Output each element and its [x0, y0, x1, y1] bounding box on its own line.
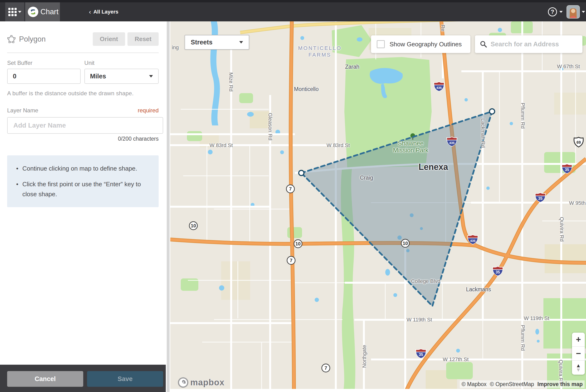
- layer-name-label: Layer Name: [7, 107, 38, 114]
- instructions-list: Continue clicking on map to define shape…: [15, 164, 151, 199]
- unit-value: Miles: [90, 73, 106, 80]
- unit-select[interactable]: Miles: [84, 69, 159, 84]
- app-grid-menu-button[interactable]: [5, 2, 24, 22]
- breadcrumb[interactable]: ‹ All Layers: [89, 9, 118, 15]
- compass-button[interactable]: ▲ ▼: [572, 361, 585, 375]
- show-geography-outlines-checkbox[interactable]: [377, 40, 385, 48]
- zoom-out-button[interactable]: −: [572, 346, 585, 361]
- polygon-sidebar: Polygon Orient Reset Set Buffer Unit Mil…: [0, 22, 166, 365]
- geography-outlines-label: Show Geography Outlines: [390, 41, 462, 48]
- map-style-value: Streets: [191, 39, 213, 46]
- zoom-in-button[interactable]: +: [572, 332, 585, 346]
- cancel-button[interactable]: Cancel: [7, 371, 83, 387]
- buffer-help-text: A buffer is the distance outside the dra…: [7, 90, 159, 97]
- save-button[interactable]: Save: [87, 371, 163, 387]
- attribution-osm: © OpenStreetMap: [490, 381, 534, 388]
- instruction-item: Click the first point or use the “Enter”…: [15, 179, 151, 199]
- topbar-right: ?: [548, 5, 586, 18]
- chevron-left-icon: ‹: [89, 10, 91, 14]
- help-menu-button[interactable]: ?: [548, 7, 563, 16]
- map-zoom-control: + − ▲ ▼: [572, 332, 585, 375]
- panel-title: Polygon: [19, 35, 46, 44]
- required-badge: required: [138, 107, 159, 114]
- char-counter: 0/200 characters: [7, 136, 159, 142]
- polygon-icon: [7, 35, 16, 44]
- attribution-mapbox: © Mapbox: [462, 381, 487, 388]
- top-bar: Chart ‹ All Layers ?: [0, 0, 586, 22]
- grid-menu-icon: [8, 8, 17, 16]
- map-canvas[interactable]: [170, 22, 586, 389]
- polygon-vertex[interactable]: [489, 109, 495, 114]
- reset-button[interactable]: Reset: [127, 32, 159, 46]
- chevron-down-icon: [18, 11, 22, 13]
- search-icon: [480, 40, 487, 48]
- map-attribution: © Mapbox © OpenStreetMap Improve this ma…: [460, 380, 584, 388]
- divider: [7, 52, 159, 53]
- buffer-label: Set Buffer: [7, 60, 81, 66]
- improve-this-map-link[interactable]: Improve this map: [537, 381, 583, 388]
- avatar-photo: [567, 6, 579, 18]
- map-area[interactable]: Streets Show Geography Outlines + − ▲ ▼ …: [170, 22, 586, 389]
- chevron-down-icon: [582, 11, 585, 13]
- mapbox-logo-icon: [177, 377, 189, 388]
- chart-logo-icon: [28, 6, 39, 17]
- instruction-item: Continue clicking on map to define shape…: [15, 164, 151, 174]
- geography-outlines-panel: Show Geography Outlines: [371, 36, 470, 53]
- address-search-panel: [475, 36, 582, 53]
- user-menu-button[interactable]: [566, 5, 585, 18]
- help-icon: ?: [548, 7, 557, 16]
- compass-down-icon: ▼: [576, 367, 581, 372]
- mapbox-logo: mapbox: [177, 377, 224, 388]
- map-style-dropdown[interactable]: Streets: [185, 35, 249, 50]
- mapbox-logo-text: mapbox: [190, 378, 224, 388]
- chevron-down-icon: [149, 75, 153, 78]
- app-name: Chart: [41, 8, 59, 16]
- instructions-box: Continue clicking on map to define shape…: [7, 155, 159, 207]
- address-search-input[interactable]: [491, 41, 578, 48]
- buffer-input[interactable]: [7, 69, 81, 84]
- top-strip: [0, 0, 586, 2]
- chevron-down-icon: [559, 11, 563, 13]
- avatar: [566, 5, 580, 18]
- layer-name-input[interactable]: [7, 117, 163, 134]
- sidebar-scrollbar[interactable]: [167, 22, 170, 392]
- unit-label: Unit: [84, 60, 159, 66]
- breadcrumb-label: All Layers: [94, 9, 118, 15]
- orient-button[interactable]: Orient: [93, 32, 125, 46]
- sidebar-footer: Cancel Save: [0, 365, 166, 392]
- polygon-vertex[interactable]: [299, 170, 304, 176]
- chevron-down-icon: [239, 41, 243, 44]
- app-logo[interactable]: Chart: [25, 2, 60, 22]
